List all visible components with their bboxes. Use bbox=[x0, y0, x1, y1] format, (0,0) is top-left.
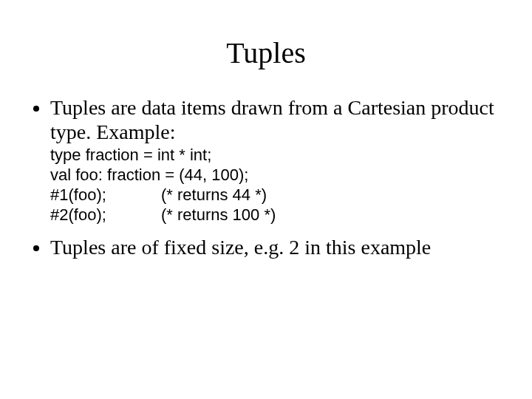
bullet-item: Tuples are data items drawn from a Carte… bbox=[50, 95, 499, 225]
bullet-item: Tuples are of fixed size, e.g. 2 in this… bbox=[50, 235, 499, 259]
code-comment: (* returns 100 *) bbox=[161, 205, 276, 225]
code-line: val foo: fraction = (44, 100); bbox=[50, 166, 499, 185]
code-comment: (* returns 44 *) bbox=[161, 185, 267, 205]
code-line: type fraction = int * int; bbox=[50, 146, 499, 166]
bullet-text: Tuples are of fixed size, e.g. 2 in this… bbox=[50, 236, 431, 259]
bullet-text: Tuples are data items drawn from a Carte… bbox=[50, 96, 494, 143]
code-text: #2(foo); bbox=[50, 205, 161, 225]
slide-title: Tuples bbox=[33, 35, 499, 70]
slide: Tuples Tuples are data items drawn from … bbox=[0, 0, 532, 399]
code-line: #2(foo); (* returns 100 *) bbox=[50, 205, 499, 225]
bullet-list: Tuples are data items drawn from a Carte… bbox=[33, 95, 499, 259]
code-text: #1(foo); bbox=[50, 185, 161, 205]
code-line: #1(foo); (* returns 44 *) bbox=[50, 185, 499, 205]
code-block: type fraction = int * int; val foo: frac… bbox=[50, 146, 499, 225]
